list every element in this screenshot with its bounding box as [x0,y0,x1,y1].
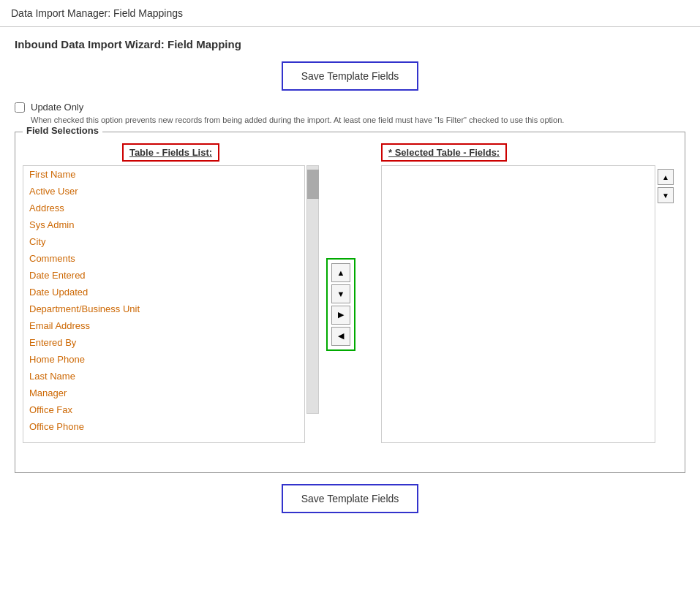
list-item[interactable]: Entered By [23,334,304,351]
page-title: Inbound Data Import Wizard: Field Mappin… [15,38,685,50]
right-panel-header-text: * Selected Table - Fields: [388,147,500,158]
list-item[interactable]: Home Phone [23,351,304,368]
right-scrollbar-area: ▲ ▼ [658,165,674,443]
list-item[interactable]: Department/Business Unit [23,300,304,317]
right-scroll-up-button[interactable]: ▲ [658,169,674,185]
list-item[interactable]: Active User [23,183,304,200]
fields-list-wrapper: First NameActive UserAddressSys AdminCit… [23,165,319,443]
update-only-row: Update Only [15,102,685,113]
list-item[interactable]: Sys Admin [23,216,304,233]
left-panel-header-text: Table - Fields List: [129,147,212,158]
list-item[interactable]: City [23,233,304,250]
list-item[interactable]: Address [23,200,304,216]
fields-list: First NameActive UserAddressSys AdminCit… [23,166,304,435]
list-item[interactable]: Office Phone [23,418,304,435]
right-panel: * Selected Table - Fields: ▲ ▼ [359,143,677,465]
list-item[interactable]: Date Entered [23,267,304,284]
selected-fields-container[interactable] [381,165,655,443]
list-item[interactable]: Office Fax [23,401,304,418]
list-item[interactable]: Comments [23,250,304,267]
fields-list-container[interactable]: First NameActive UserAddressSys AdminCit… [23,165,305,443]
left-panel: Table - Fields List: First NameActive Us… [23,143,323,465]
add-field-button[interactable]: ▶ [331,306,350,325]
left-panel-header: Table - Fields List: [122,143,219,162]
list-item[interactable]: First Name [23,166,304,183]
page-content: Inbound Data Import Wizard: Field Mappin… [0,27,700,535]
list-item[interactable]: Date Updated [23,284,304,300]
save-bottom-container: Save Template Fields [15,484,685,513]
update-only-hint: When checked this option prevents new re… [31,116,685,124]
page-header: Data Import Manager: Field Mappings [0,0,700,27]
list-item[interactable]: Manager [23,385,304,401]
list-item[interactable]: Last Name [23,368,304,385]
remove-field-button[interactable]: ◀ [331,327,350,346]
save-template-top-button[interactable]: Save Template Fields [282,61,419,91]
move-up-button[interactable]: ▲ [331,263,350,282]
update-only-label: Update Only [31,102,83,113]
right-scroll-down-button[interactable]: ▼ [658,187,674,203]
header-title: Data Import Manager: Field Mappings [11,7,183,19]
save-template-bottom-button[interactable]: Save Template Fields [282,484,419,513]
middle-controls: ▲ ▼ ▶ ◀ [323,143,359,465]
list-item[interactable]: Email Address [23,317,304,334]
update-only-checkbox[interactable] [15,102,25,113]
right-panel-body: ▲ ▼ [381,165,677,443]
control-box: ▲ ▼ ▶ ◀ [326,258,355,351]
field-selections-inner: Table - Fields List: First NameActive Us… [23,143,677,465]
left-scrollbar-thumb[interactable] [307,170,319,199]
field-selections-legend: Field Selections [23,125,102,136]
field-selections-group: Field Selections Table - Fields List: Fi… [15,132,685,473]
save-top-container: Save Template Fields [15,61,685,91]
left-scrollbar-track[interactable] [306,165,319,414]
right-panel-header: * Selected Table - Fields: [381,143,507,162]
move-down-button[interactable]: ▼ [331,284,350,303]
